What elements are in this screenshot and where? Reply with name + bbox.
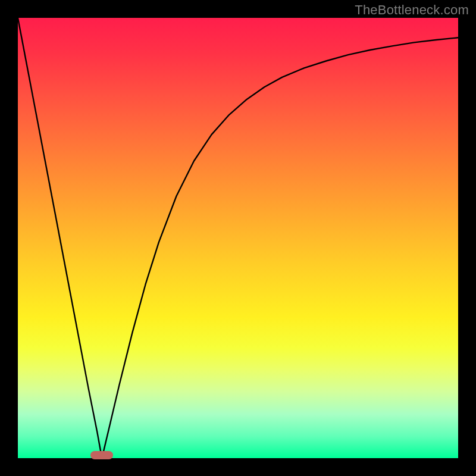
- watermark-label: TheBottleneck.com: [355, 2, 469, 18]
- plot-area: [18, 18, 458, 458]
- bottleneck-curve: [18, 18, 458, 458]
- chart-frame: TheBottleneck.com: [0, 0, 476, 476]
- optimum-marker: [90, 451, 113, 459]
